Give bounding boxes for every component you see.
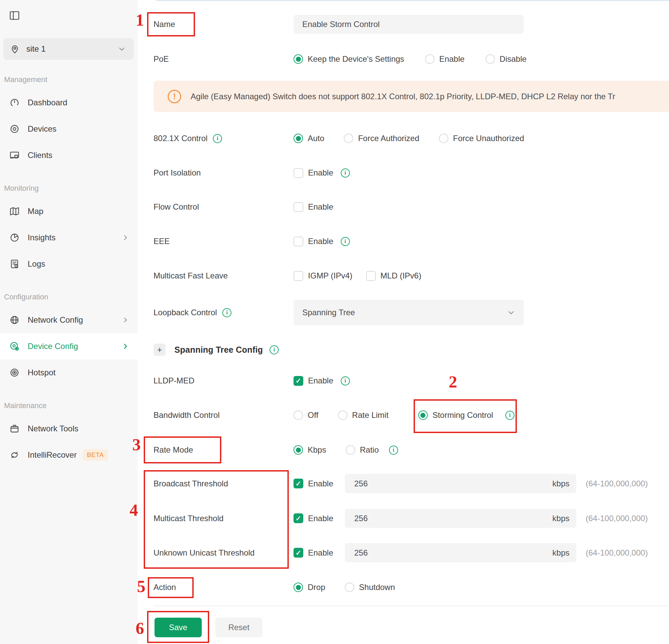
section-monitoring: Monitoring	[4, 183, 138, 193]
save-button[interactable]: Save	[155, 618, 202, 637]
recover-loop-icon	[9, 449, 20, 461]
dot1x-force-authorized-radio[interactable]	[344, 134, 353, 143]
info-icon[interactable]: i	[341, 168, 350, 178]
agile-switch-warning: ! Agile (Easy Managed) Switch does not s…	[154, 81, 669, 112]
bandwidth-off-radio[interactable]	[294, 410, 303, 420]
sidebar-item-hotspot[interactable]: Hotspot	[0, 360, 138, 386]
poe-label: PoE	[154, 54, 169, 64]
unknown-unicast-threshold-input[interactable]: kbps	[345, 543, 576, 562]
dashboard-gauge-icon	[9, 97, 20, 108]
bandwidth-storming-control-radio[interactable]	[418, 410, 428, 420]
dot1x-row: 802.1X Control i Auto Force Authorized F…	[154, 129, 666, 148]
sidebar-item-map[interactable]: Map	[0, 198, 138, 224]
info-icon[interactable]: i	[506, 411, 514, 420]
info-icon[interactable]: i	[341, 376, 350, 386]
footer-divider	[154, 605, 669, 606]
multicast-fast-leave-row: Multicast Fast Leave IGMP (IPv4) MLD (IP…	[154, 266, 666, 285]
action-label: Action	[154, 583, 176, 592]
sidebar-item-intellirecover[interactable]: IntelliRecover BETA	[0, 442, 138, 468]
bandwidth-control-row: Bandwidth Control Off Rate Limit Stormin…	[154, 406, 666, 424]
sidebar-item-dashboard[interactable]: Dashboard	[0, 89, 138, 116]
unknown-unicast-enable-checkbox[interactable]: ✓	[294, 548, 303, 558]
eee-enable-checkbox[interactable]	[294, 237, 303, 247]
sidebar-item-clients[interactable]: Clients	[0, 142, 138, 168]
rate-mode-kbps-radio[interactable]	[294, 445, 303, 454]
devices-icon	[9, 123, 20, 135]
range-hint: (64-100,000,000)	[586, 514, 648, 523]
chevron-right-icon	[122, 342, 130, 350]
info-icon[interactable]: i	[270, 345, 279, 354]
device-config-icon	[9, 340, 20, 352]
unit-label: kbps	[552, 548, 569, 558]
info-icon[interactable]: i	[341, 237, 350, 246]
device-config-form: Name PoE Keep the Device's Settings Enab…	[138, 0, 669, 644]
multicast-threshold-label: Multicast Threshold	[154, 514, 224, 523]
action-drop-radio[interactable]	[294, 583, 303, 592]
dot1x-auto-radio[interactable]	[294, 134, 303, 143]
multicast-threshold-input[interactable]: kbps	[345, 509, 576, 528]
site-name: site 1	[26, 44, 117, 54]
lldp-med-label: LLDP-MED	[154, 376, 194, 386]
chevron-right-icon	[122, 234, 130, 242]
multicast-enable-checkbox[interactable]: ✓	[294, 513, 303, 523]
form-buttons-row: Save Reset	[155, 617, 666, 638]
sidebar: site 1 Management Dashboard Devices	[0, 0, 138, 644]
broadcast-threshold-row: Broadcast Threshold ✓ Enable kbps (64-10…	[154, 474, 666, 493]
beta-badge: BETA	[83, 449, 108, 461]
broadcast-threshold-input[interactable]: kbps	[345, 474, 576, 493]
port-isolation-row: Port Isolation Enable i	[154, 163, 666, 182]
dot1x-force-unauthorized-radio[interactable]	[439, 134, 449, 143]
mld-checkbox[interactable]	[366, 271, 376, 281]
range-hint: (64-100,000,000)	[586, 479, 648, 488]
storm-control-config-page: site 1 Management Dashboard Devices	[0, 0, 669, 644]
poe-disable-radio[interactable]	[485, 54, 495, 64]
rate-mode-row: Rate Mode Kbps Ratio i	[154, 440, 666, 459]
sidebar-item-logs[interactable]: Logs	[0, 251, 138, 277]
info-icon[interactable]: i	[389, 446, 398, 454]
spanning-tree-config-row: + Spanning Tree Config i	[154, 340, 666, 359]
eee-label: EEE	[154, 237, 170, 246]
reset-button[interactable]: Reset	[215, 618, 262, 637]
bandwidth-control-label: Bandwidth Control	[154, 410, 219, 420]
flow-control-label: Flow Control	[154, 202, 199, 212]
rate-mode-label: Rate Mode	[154, 445, 193, 454]
top-divider	[157, 0, 669, 1]
loopback-control-select[interactable]: Spanning Tree	[294, 300, 524, 325]
clients-icon	[9, 150, 20, 161]
eee-row: EEE Enable i	[154, 232, 666, 251]
loopback-control-label: Loopback Control	[154, 308, 217, 317]
site-selector[interactable]: site 1	[3, 38, 133, 60]
chevron-down-icon	[117, 44, 126, 53]
unknown-unicast-threshold-label: Unknown Unicast Threshold	[154, 548, 255, 558]
port-isolation-enable-checkbox[interactable]	[294, 168, 303, 178]
logs-icon	[9, 258, 20, 270]
port-isolation-label: Port Isolation	[154, 168, 201, 178]
poe-keep-radio[interactable]	[294, 54, 303, 64]
sidebar-item-insights[interactable]: Insights	[0, 224, 138, 251]
loopback-control-row: Loopback Control i Spanning Tree	[154, 300, 666, 325]
section-maintenance: Maintenance	[4, 401, 138, 411]
hotspot-icon	[9, 367, 20, 378]
igmp-checkbox[interactable]	[294, 271, 303, 281]
info-icon[interactable]: i	[213, 134, 222, 143]
spanning-tree-config-label: Spanning Tree Config	[174, 345, 263, 355]
broadcast-enable-checkbox[interactable]: ✓	[294, 479, 303, 488]
lldp-med-enable-checkbox[interactable]: ✓	[294, 376, 303, 386]
broadcast-threshold-label: Broadcast Threshold	[154, 479, 228, 488]
expand-plus-button[interactable]: +	[154, 344, 166, 356]
section-management: Management	[4, 74, 138, 85]
flow-control-enable-checkbox[interactable]	[294, 202, 303, 212]
action-shutdown-radio[interactable]	[345, 583, 354, 592]
poe-enable-radio[interactable]	[425, 54, 435, 64]
panel-collapse-icon[interactable]	[9, 10, 20, 21]
name-input[interactable]	[294, 15, 524, 34]
sidebar-item-network-tools[interactable]: Network Tools	[0, 416, 138, 442]
name-row: Name	[154, 12, 666, 37]
sidebar-item-device-config[interactable]: Device Config	[0, 333, 138, 360]
bandwidth-rate-limit-radio[interactable]	[338, 410, 347, 420]
sidebar-item-devices[interactable]: Devices	[0, 116, 138, 142]
rate-mode-ratio-radio[interactable]	[346, 445, 355, 454]
sidebar-item-network-config[interactable]: Network Config	[0, 307, 138, 333]
info-icon[interactable]: i	[222, 308, 231, 317]
unit-label: kbps	[552, 479, 569, 488]
